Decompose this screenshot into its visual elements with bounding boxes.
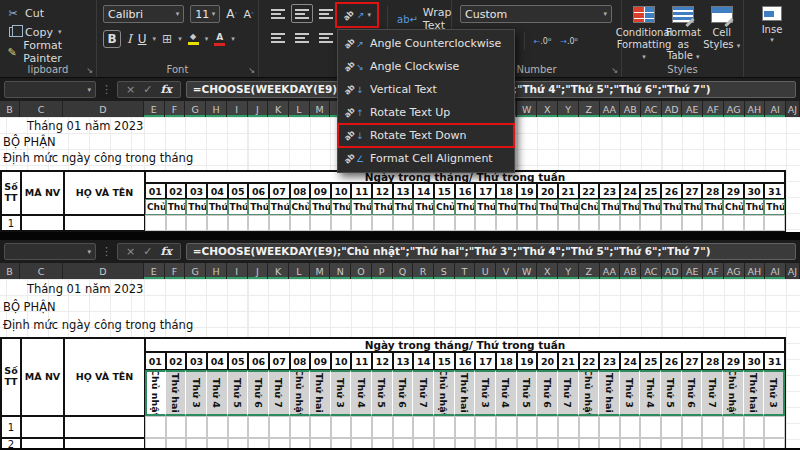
day-name-cell[interactable]: Thứ 3 (620, 370, 641, 416)
workdays-label[interactable]: Định mức ngày công trong tháng (3, 151, 193, 165)
empty-cell[interactable] (517, 438, 538, 448)
column-header[interactable]: D (63, 263, 144, 279)
column-header[interactable]: C (20, 101, 63, 117)
empty-cell[interactable] (145, 215, 166, 231)
day-number-cell[interactable]: 07 (269, 183, 290, 199)
day-number-cell[interactable]: 10 (331, 183, 352, 199)
department-label[interactable]: BỘ PHẬN (3, 300, 56, 314)
day-number-cell[interactable]: 05 (228, 352, 249, 370)
day-name-cell[interactable]: Thứ 5 (372, 370, 393, 416)
header-name[interactable]: HỌ VÀ TÊN (64, 171, 145, 215)
name-box[interactable]: ▾ (4, 81, 96, 98)
department-label[interactable]: BỘ PHẬN (3, 135, 56, 149)
empty-cell[interactable] (269, 438, 290, 448)
day-number-cell[interactable]: 21 (558, 352, 579, 370)
empty-cell[interactable] (599, 438, 620, 448)
column-header[interactable]: N (330, 263, 351, 279)
day-name-cell[interactable]: Thứ 4 (496, 370, 517, 416)
fill-color-button[interactable]: ◆ (188, 33, 199, 45)
column-header[interactable]: K (268, 263, 289, 279)
empty-cell[interactable] (579, 215, 600, 231)
day-number-cell[interactable]: 25 (640, 183, 661, 199)
column-header[interactable]: L (289, 101, 310, 117)
decrease-font-size-button[interactable]: A˅ (243, 8, 254, 21)
column-header[interactable]: Y (558, 101, 579, 117)
header-stt[interactable]: Số TT (1, 338, 21, 416)
empty-cell[interactable] (661, 438, 682, 448)
empty-cell[interactable] (331, 438, 352, 448)
day-number-cell[interactable]: 02 (166, 183, 187, 199)
empty-cell[interactable] (558, 215, 579, 231)
column-header[interactable]: Z (579, 101, 600, 117)
column-header[interactable]: S (434, 263, 455, 279)
column-header[interactable]: F (165, 101, 186, 117)
empty-cell[interactable] (682, 215, 703, 231)
column-header[interactable]: R (413, 263, 434, 279)
align-center-button[interactable] (291, 28, 313, 47)
day-number-cell[interactable]: 31 (764, 352, 785, 370)
day-name-cell[interactable]: Chủ nhật (723, 199, 744, 215)
day-name-cell[interactable]: Thứ hai (744, 199, 765, 215)
day-name-cell[interactable]: Thứ 5 (517, 199, 538, 215)
empty-cell[interactable] (228, 215, 249, 231)
day-number-cell[interactable]: 25 (640, 352, 661, 370)
empty-cell[interactable] (455, 416, 476, 438)
column-header[interactable]: Q (393, 263, 414, 279)
underline-button[interactable]: U (138, 32, 147, 46)
day-number-cell[interactable]: 05 (228, 183, 249, 199)
column-header[interactable]: AI (765, 263, 786, 279)
increase-font-size-button[interactable]: A˄ (226, 7, 237, 21)
column-header[interactable]: G (185, 101, 206, 117)
column-header[interactable]: X (537, 101, 558, 117)
day-number-cell[interactable]: 22 (579, 352, 600, 370)
empty-cell[interactable] (351, 416, 372, 438)
empty-cell[interactable] (351, 215, 372, 231)
empty-cell[interactable] (702, 438, 723, 448)
day-number-cell[interactable]: 17 (475, 183, 496, 199)
header-manv[interactable]: MÃ NV (21, 338, 64, 416)
day-number-cell[interactable]: 29 (723, 183, 744, 199)
column-header[interactable]: E (144, 101, 165, 117)
empty-cell[interactable] (331, 215, 352, 231)
day-name-cell[interactable]: Chủ nhật (723, 370, 744, 416)
day-number-cell[interactable]: 21 (558, 183, 579, 199)
day-number-cell[interactable]: 03 (186, 183, 207, 199)
day-name-cell[interactable]: Thứ 6 (537, 199, 558, 215)
empty-cell[interactable] (290, 416, 311, 438)
day-name-cell[interactable]: Thứ hai (310, 370, 331, 416)
font-dialog-launcher-icon[interactable]: ↘ (248, 66, 255, 75)
workdays-label[interactable]: Định mức ngày công trong tháng (3, 318, 193, 332)
column-header[interactable]: I (227, 263, 248, 279)
empty-cell[interactable] (393, 438, 414, 448)
number-dialog-launcher-icon[interactable]: ↘ (611, 66, 618, 75)
empty-cell[interactable] (599, 416, 620, 438)
column-header[interactable]: AH (745, 101, 766, 117)
day-number-cell[interactable]: 29 (723, 352, 744, 370)
day-number-cell[interactable]: 07 (269, 352, 290, 370)
empty-cell[interactable] (558, 438, 579, 448)
empty-cell[interactable] (145, 438, 166, 448)
empty-cell[interactable] (496, 438, 517, 448)
cancel-button[interactable]: × (126, 83, 135, 96)
day-number-cell[interactable]: 27 (682, 183, 703, 199)
column-header[interactable]: U (475, 263, 496, 279)
day-number-cell[interactable]: 17 (475, 352, 496, 370)
menu-item-rotate-text-up[interactable]: ab↑Rotate Text Up (338, 101, 514, 124)
clipboard-dialog-launcher-icon[interactable]: ↘ (86, 66, 93, 75)
day-number-cell[interactable]: 16 (455, 352, 476, 370)
column-header[interactable]: W (517, 263, 538, 279)
empty-cell[interactable] (620, 416, 641, 438)
empty-cell[interactable] (640, 215, 661, 231)
day-name-cell[interactable]: Thứ hai (744, 370, 765, 416)
orientation-button[interactable]: ab ↗ ▾ (335, 2, 379, 28)
header-days-title[interactable]: Ngày trong tháng/ Thứ trong tuần (145, 338, 785, 352)
day-name-cell[interactable]: Thứ 5 (228, 199, 249, 215)
empty-cell[interactable] (207, 438, 228, 448)
empty-cell[interactable] (558, 416, 579, 438)
day-name-cell[interactable]: Chủ nhật (434, 370, 455, 416)
day-name-cell[interactable]: Chủ nhật (579, 370, 600, 416)
day-name-cell[interactable]: Thứ hai (599, 370, 620, 416)
day-number-cell[interactable]: 11 (351, 183, 372, 199)
day-name-cell[interactable]: Chủ nhật (145, 199, 166, 215)
column-header[interactable]: J (248, 263, 269, 279)
